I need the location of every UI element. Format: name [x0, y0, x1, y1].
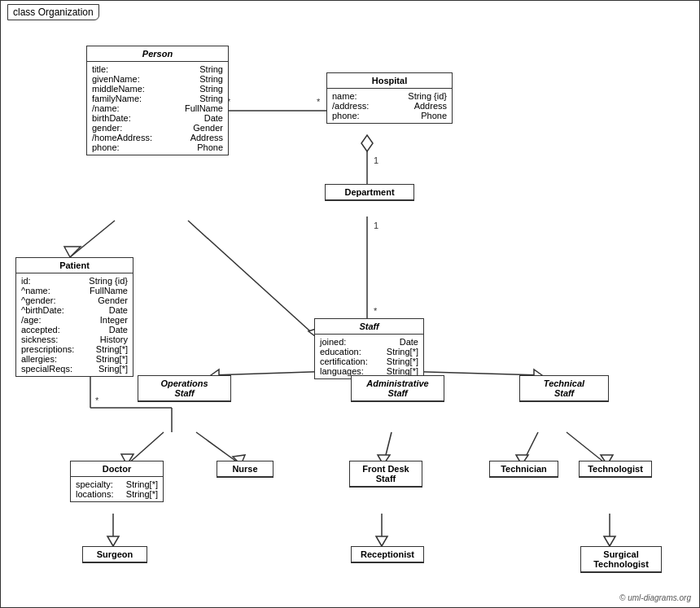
svg-line-20	[127, 432, 164, 465]
copyright: © uml-diagrams.org	[619, 593, 691, 602]
staff-attrs: joined:Date education:String[*] certific…	[315, 335, 423, 378]
svg-line-24	[383, 432, 392, 465]
svg-marker-31	[107, 536, 119, 546]
svg-text:1: 1	[374, 221, 378, 230]
svg-line-26	[522, 432, 538, 465]
receptionist-title: Receptionist	[352, 547, 423, 562]
diagram-title: class Organization	[7, 4, 99, 20]
front-desk-staff-title: Front DeskStaff	[350, 461, 422, 487]
svg-line-22	[196, 432, 241, 465]
doctor-attrs: specialty:String[*] locations:String[*]	[71, 477, 163, 501]
administrative-staff-class: AdministrativeStaff	[351, 375, 444, 402]
operations-staff-class: OperationsStaff	[138, 375, 231, 402]
svg-text:*: *	[95, 396, 99, 405]
surgeon-title: Surgeon	[83, 547, 147, 562]
department-title: Department	[326, 185, 413, 200]
technical-staff-class: TechnicalStaff	[519, 375, 609, 402]
svg-marker-5	[361, 135, 373, 151]
hospital-class: Hospital name:String {id} /address:Addre…	[326, 72, 453, 124]
svg-marker-1	[64, 247, 81, 257]
svg-marker-33	[376, 536, 387, 546]
nurse-title: Nurse	[217, 461, 273, 477]
patient-attrs: id:String {id} ^name:FullName ^gender:Ge…	[16, 273, 133, 376]
nurse-class: Nurse	[217, 461, 273, 478]
patient-title: Patient	[16, 258, 133, 273]
svg-text:*: *	[317, 97, 321, 107]
doctor-title: Doctor	[71, 461, 163, 477]
technologist-title: Technologist	[580, 461, 651, 477]
department-class: Department	[325, 184, 414, 201]
surgical-technologist-class: SurgicalTechnologist	[580, 546, 662, 573]
doctor-class: Doctor specialty:String[*] locations:Str…	[70, 461, 164, 502]
surgeon-class: Surgeon	[82, 546, 147, 563]
svg-text:1: 1	[374, 155, 378, 165]
staff-title: Staff	[315, 319, 423, 335]
administrative-staff-title: AdministrativeStaff	[352, 376, 444, 401]
technical-staff-title: TechnicalStaff	[520, 376, 608, 401]
staff-class: Staff joined:Date education:String[*] ce…	[314, 318, 424, 379]
hospital-title: Hospital	[327, 73, 452, 89]
svg-text:*: *	[374, 306, 378, 316]
surgical-technologist-title: SurgicalTechnologist	[581, 547, 661, 572]
patient-class: Patient id:String {id} ^name:FullName ^g…	[15, 257, 133, 377]
technologist-class: Technologist	[579, 461, 652, 478]
hospital-attrs: name:String {id} /address:Address phone:…	[327, 89, 452, 123]
technician-title: Technician	[490, 461, 558, 477]
person-title: Person	[87, 46, 228, 62]
svg-marker-35	[604, 536, 615, 546]
technician-class: Technician	[489, 461, 558, 478]
receptionist-class: Receptionist	[351, 546, 424, 563]
person-attrs: title:String givenName:String middleName…	[87, 62, 228, 155]
diagram-container: class Organization 1 * 1 * * *	[0, 0, 700, 608]
front-desk-staff-class: Front DeskStaff	[349, 461, 422, 488]
svg-line-28	[567, 432, 607, 465]
person-class: Person title:String givenName:String mid…	[86, 46, 229, 155]
svg-line-2	[188, 221, 318, 339]
svg-line-0	[70, 221, 115, 257]
operations-staff-title: OperationsStaff	[138, 376, 230, 401]
